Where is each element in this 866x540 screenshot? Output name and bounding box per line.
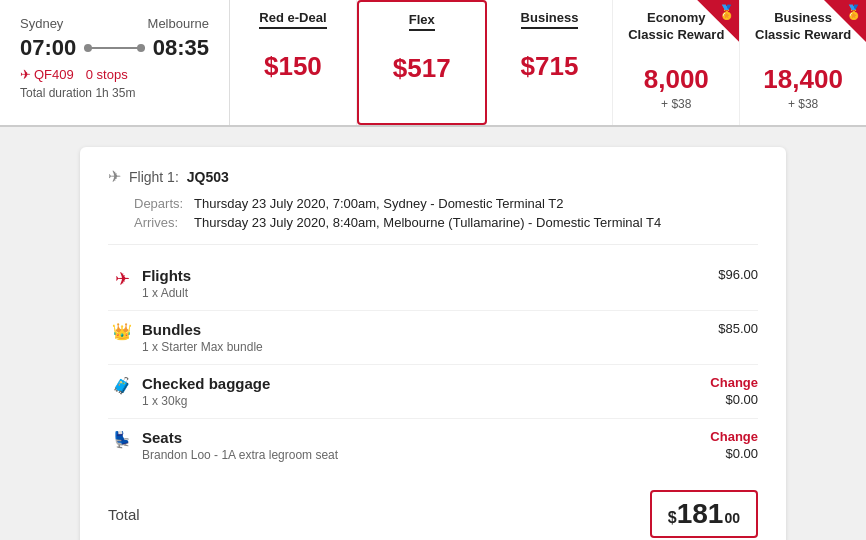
fare-col-red-e-deal[interactable]: Red e-Deal $150 <box>230 0 357 125</box>
total-cents: 00 <box>724 510 740 526</box>
seats-change-link[interactable]: Change <box>710 429 758 444</box>
qf-link[interactable]: ✈ QF409 <box>20 67 74 82</box>
item-checked-baggage: 🧳 Checked baggage 1 x 30kg Change $0.00 <box>108 365 758 419</box>
arrive-time: 08:35 <box>153 35 209 61</box>
item-seats: 💺 Seats Brandon Loo - 1A extra legroom s… <box>108 419 758 472</box>
bundles-price: $85.00 <box>718 321 758 336</box>
seats-sub: Brandon Loo - 1A extra legroom seat <box>142 448 710 462</box>
fare-col-flex[interactable]: Flex $517 <box>357 0 487 125</box>
fare-header-business-reward-line2: Classic Reward <box>755 27 851 42</box>
fare-price-economy-reward: 8,000 <box>644 64 709 95</box>
top-section: Sydney Melbourne 07:00 08:35 ✈ QF409 0 s… <box>0 0 866 127</box>
departs-label: Departs: <box>134 196 186 211</box>
arrives-label: Arrives: <box>134 215 186 230</box>
item-bundles: 👑 Bundles 1 x Starter Max bundle $85.00 <box>108 311 758 365</box>
fare-price-flex: $517 <box>393 53 451 84</box>
total-price-box: $ 181 00 <box>650 490 758 538</box>
origin-city: Sydney <box>20 16 63 31</box>
baggage-content: Checked baggage 1 x 30kg <box>142 375 710 408</box>
flights-icon: ✈ <box>108 268 136 290</box>
fare-price-business-reward: 18,400 <box>763 64 843 95</box>
total-row: Total $ 181 00 <box>108 476 758 538</box>
seats-title: Seats <box>142 429 710 446</box>
flights-title: Flights <box>142 267 718 284</box>
fare-note-economy-reward: + $38 <box>661 97 691 111</box>
fare-note-business-reward: + $38 <box>788 97 818 111</box>
flight-info: Sydney Melbourne 07:00 08:35 ✈ QF409 0 s… <box>0 0 230 125</box>
bundles-content: Bundles 1 x Starter Max bundle <box>142 321 718 354</box>
fare-header-red-e-deal: Red e-Deal <box>259 10 326 29</box>
fare-columns: Red e-Deal $150 Flex $517 Business $715 … <box>230 0 866 125</box>
flight-detail-icon: ✈ <box>108 167 121 186</box>
fare-header-flex: Flex <box>409 12 435 31</box>
medal-icon-economy: 🏅 <box>718 4 735 20</box>
fare-header-economy-line2: Classic Reward <box>628 27 724 42</box>
baggage-price: $0.00 <box>725 392 758 407</box>
plane-icon: ✈ <box>20 67 31 82</box>
bundles-title: Bundles <box>142 321 718 338</box>
total-label: Total <box>108 506 140 523</box>
fare-price-red-e-deal: $150 <box>264 51 322 82</box>
baggage-change-link[interactable]: Change <box>710 375 758 390</box>
fare-col-economy-classic-reward[interactable]: 🏅 Economy Classic Reward 8,000 + $38 <box>613 0 740 125</box>
route-line <box>76 47 152 49</box>
fare-col-business[interactable]: Business $715 <box>487 0 614 125</box>
flight-times: Departs: Thursday 23 July 2020, 7:00am, … <box>134 196 758 230</box>
bundles-sub: 1 x Starter Max bundle <box>142 340 718 354</box>
flights-sub: 1 x Adult <box>142 286 718 300</box>
baggage-title: Checked baggage <box>142 375 710 392</box>
flight-detail-header: ✈ Flight 1: JQ503 <box>108 167 758 186</box>
seats-price: $0.00 <box>725 446 758 461</box>
fare-col-business-classic-reward[interactable]: 🏅 Business Classic Reward 18,400 + $38 <box>740 0 866 125</box>
baggage-sub: 1 x 30kg <box>142 394 710 408</box>
detail-card: ✈ Flight 1: JQ503 Departs: Thursday 23 J… <box>80 147 786 540</box>
dest-city: Melbourne <box>148 16 209 31</box>
medal-icon-business: 🏅 <box>845 4 862 20</box>
flight-duration: Total duration 1h 35m <box>20 86 209 100</box>
departs-value: Thursday 23 July 2020, 7:00am, Sydney - … <box>194 196 563 211</box>
baggage-right: Change $0.00 <box>710 375 758 407</box>
arrives-value: Thursday 23 July 2020, 8:40am, Melbourne… <box>194 215 661 230</box>
fare-price-business: $715 <box>521 51 579 82</box>
flights-price: $96.00 <box>718 267 758 282</box>
total-dollars: 181 <box>677 498 724 530</box>
flight-detail-label: Flight 1: <box>129 169 179 185</box>
flights-content: Flights 1 x Adult <box>142 267 718 300</box>
fare-header-business-reward-line1: Business <box>774 10 832 25</box>
seats-right: Change $0.00 <box>710 429 758 461</box>
items-section: ✈ Flights 1 x Adult $96.00 👑 Bundles 1 x… <box>108 244 758 472</box>
seats-icon: 💺 <box>108 430 136 449</box>
bottom-section: ✈ Flight 1: JQ503 Departs: Thursday 23 J… <box>0 127 866 540</box>
total-currency: $ <box>668 509 677 527</box>
item-flights: ✈ Flights 1 x Adult $96.00 <box>108 257 758 311</box>
depart-time: 07:00 <box>20 35 76 61</box>
qf-link-text[interactable]: QF409 <box>34 67 74 82</box>
bundles-icon: 👑 <box>108 322 136 341</box>
baggage-icon: 🧳 <box>108 376 136 395</box>
stops-link[interactable]: 0 stops <box>86 67 128 82</box>
fare-header-economy-line1: Economy <box>647 10 706 25</box>
flight-detail-code: JQ503 <box>187 169 229 185</box>
seats-content: Seats Brandon Loo - 1A extra legroom sea… <box>142 429 710 462</box>
fare-header-business: Business <box>521 10 579 29</box>
